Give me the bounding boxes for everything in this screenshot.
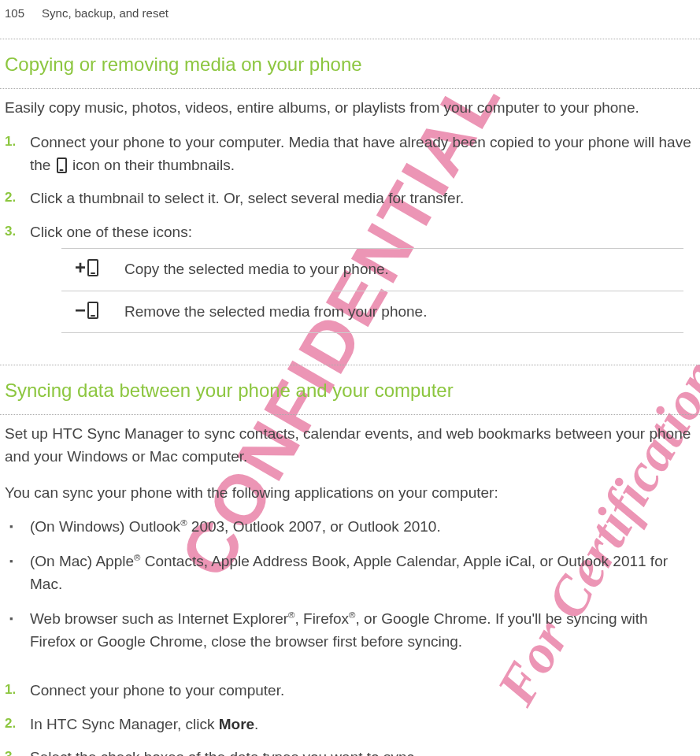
step-number: 3. bbox=[5, 221, 16, 242]
step-number: 2. bbox=[5, 187, 16, 208]
remove-description: Remove the selected media from your phon… bbox=[112, 291, 683, 333]
section-heading-copying: Copying or removing media on your phone bbox=[0, 39, 700, 88]
page-number: 105 bbox=[5, 5, 24, 23]
step-2: 2. In HTC Sync Manager, click More. bbox=[27, 713, 695, 736]
section2-intro2: You can sync your phone with the followi… bbox=[0, 471, 700, 508]
step-text: Select the check boxes of the data types… bbox=[30, 749, 418, 756]
copy-to-phone-icon-cell: + bbox=[61, 249, 112, 291]
step-number: 3. bbox=[5, 747, 16, 756]
step-1: 1. Connect your phone to your computer. … bbox=[27, 132, 695, 176]
step-3: 3. Select the check boxes of the data ty… bbox=[27, 747, 695, 756]
step-text-after: icon on their thumbnails. bbox=[69, 157, 235, 173]
section2-bullets: (On Windows) Outlook® 2003, Outlook 2007… bbox=[0, 508, 700, 671]
copy-to-phone-icon: + bbox=[75, 258, 98, 277]
copy-description: Copy the selected media to your phone. bbox=[112, 249, 683, 291]
page-header: 105 Sync, backup, and reset bbox=[0, 0, 700, 39]
section2-intro1: Set up HTC Sync Manager to sync contacts… bbox=[0, 415, 700, 471]
step-1: 1. Connect your phone to your computer. bbox=[27, 680, 695, 702]
step-text: Click one of these icons: bbox=[30, 224, 192, 240]
step-2: 2. Click a thumbnail to select it. Or, s… bbox=[27, 187, 695, 210]
list-item: Web browser such as Internet Explorer®, … bbox=[27, 608, 695, 653]
list-item: (On Windows) Outlook® 2003, Outlook 2007… bbox=[27, 516, 695, 539]
icon-action-table: + Copy the selected media to your phone.… bbox=[61, 248, 683, 333]
step-text: Connect your phone to your computer. bbox=[30, 682, 284, 699]
remove-from-phone-icon-cell: − bbox=[61, 291, 112, 333]
step-number: 1. bbox=[5, 680, 16, 700]
remove-from-phone-icon: − bbox=[75, 301, 98, 320]
section2-steps: 1. Connect your phone to your computer. … bbox=[0, 670, 700, 756]
section-heading-syncing: Syncing data between your phone and your… bbox=[0, 365, 700, 414]
phone-icon bbox=[57, 158, 67, 173]
step-text: Click a thumbnail to select it. Or, sele… bbox=[30, 190, 464, 206]
table-row: − Remove the selected media from your ph… bbox=[61, 291, 683, 333]
chapter-title: Sync, backup, and reset bbox=[42, 5, 169, 23]
section1-intro: Easily copy music, photos, videos, entir… bbox=[0, 89, 700, 123]
step-number: 1. bbox=[5, 132, 16, 152]
phone-icon bbox=[87, 259, 98, 276]
more-label: More bbox=[219, 716, 254, 732]
phone-icon bbox=[87, 302, 98, 319]
section1-steps: 1. Connect your phone to your computer. … bbox=[0, 122, 700, 349]
step-3: 3. Click one of these icons: + Copy the … bbox=[27, 221, 695, 334]
list-item: (On Mac) Apple® Contacts, Apple Address … bbox=[27, 550, 695, 595]
table-row: + Copy the selected media to your phone. bbox=[61, 249, 683, 291]
step-number: 2. bbox=[5, 713, 16, 734]
